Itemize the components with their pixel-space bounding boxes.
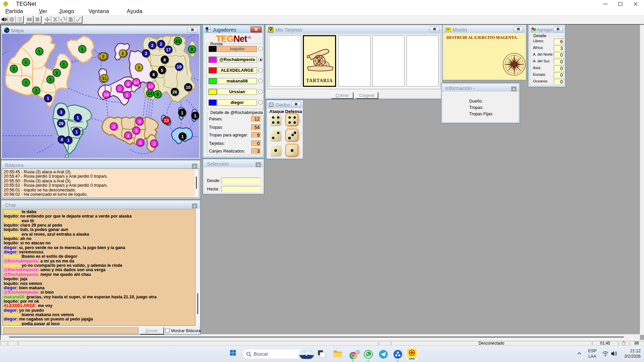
svg-text:1: 1: [47, 96, 49, 101]
svg-text:4: 4: [60, 137, 63, 142]
svg-text:1: 1: [81, 47, 83, 52]
svg-text:2: 2: [121, 51, 124, 56]
svg-text:8: 8: [191, 47, 193, 52]
svg-text:1: 1: [194, 113, 196, 118]
svg-text:1: 1: [139, 140, 141, 145]
svg-text:19: 19: [177, 64, 181, 69]
svg-text:3: 3: [60, 110, 62, 115]
svg-text:3: 3: [145, 51, 147, 56]
svg-text:3: 3: [12, 66, 15, 71]
svg-text:8: 8: [152, 72, 155, 77]
svg-text:11: 11: [102, 76, 107, 81]
svg-text:1: 1: [24, 80, 27, 85]
svg-text:2: 2: [138, 119, 141, 124]
svg-text:2: 2: [160, 42, 162, 47]
svg-text:1: 1: [35, 88, 37, 93]
svg-text:1: 1: [38, 49, 40, 54]
svg-text:12: 12: [148, 84, 153, 89]
svg-text:6: 6: [156, 92, 159, 97]
svg-text:8: 8: [163, 57, 166, 62]
svg-text:1: 1: [49, 77, 51, 82]
svg-text:14: 14: [148, 91, 153, 96]
svg-text:14: 14: [134, 80, 139, 85]
svg-text:2: 2: [151, 43, 153, 48]
svg-text:1: 1: [181, 110, 183, 115]
svg-text:29: 29: [59, 121, 63, 126]
svg-text:1: 1: [76, 115, 79, 120]
svg-text:1: 1: [55, 70, 58, 75]
svg-text:2: 2: [102, 54, 104, 59]
svg-text:1: 1: [153, 141, 155, 146]
svg-text:1: 1: [118, 86, 121, 91]
svg-text:1: 1: [138, 65, 140, 70]
svg-text:1: 1: [127, 133, 129, 138]
svg-text:1: 1: [62, 62, 65, 67]
svg-text:5: 5: [161, 68, 163, 73]
svg-text:10: 10: [104, 92, 109, 97]
svg-text:10: 10: [186, 85, 191, 90]
svg-text:23: 23: [175, 39, 180, 44]
svg-text:13: 13: [164, 118, 169, 123]
svg-text:1: 1: [24, 60, 27, 65]
svg-text:1: 1: [75, 129, 77, 134]
svg-text:1: 1: [135, 128, 137, 133]
svg-text:26: 26: [172, 89, 177, 95]
svg-text:17: 17: [166, 47, 171, 52]
svg-text:2: 2: [112, 124, 115, 129]
svg-text:1: 1: [181, 134, 183, 139]
svg-text:8: 8: [127, 81, 129, 86]
svg-text:TEG: TEG: [410, 352, 415, 354]
svg-text:1: 1: [126, 93, 128, 98]
svg-text:1: 1: [67, 138, 69, 143]
